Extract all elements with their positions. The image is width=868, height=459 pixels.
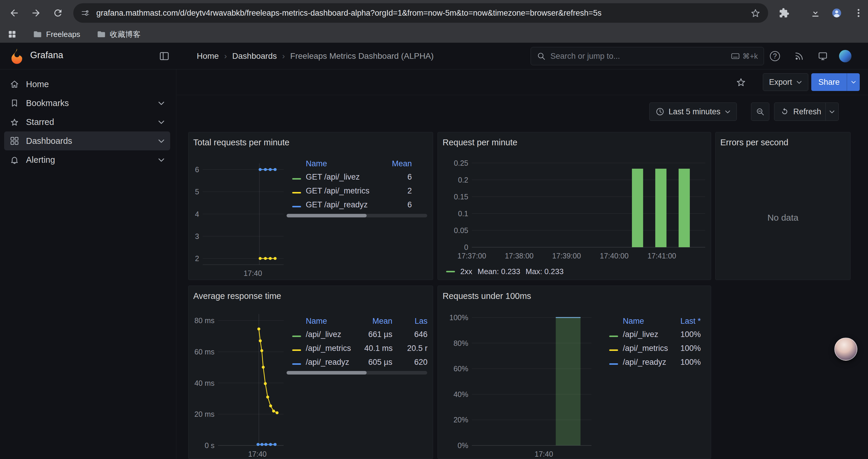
legend-row[interactable]: /api/_livez100% xyxy=(609,328,701,341)
grafana-header: Grafana Home›Dashboards›Freeleaps Metric… xyxy=(0,43,868,69)
chevron-down-icon xyxy=(796,80,802,84)
share-dropdown[interactable] xyxy=(847,73,860,91)
address-bar[interactable]: grafana.mathmast.com/d/deytv4rwavabkb/fr… xyxy=(73,3,768,23)
svg-text:0.1: 0.1 xyxy=(458,209,468,218)
svg-text:40 ms: 40 ms xyxy=(194,379,215,387)
svg-text:17:41:00: 17:41:00 xyxy=(647,252,676,260)
reload-icon[interactable] xyxy=(49,4,67,23)
sidebar-item-label: Starred xyxy=(26,117,54,127)
back-icon[interactable] xyxy=(5,4,24,23)
no-data-message: No data xyxy=(716,213,850,223)
panel-request-per-minute[interactable]: Request per minute 0.250.20.150.10.05017… xyxy=(438,132,711,280)
legend-row[interactable]: /api/_livez661 µs646 xyxy=(292,328,428,341)
series-color-marker xyxy=(292,192,301,193)
breadcrumb: Home›Dashboards›Freeleaps Metrics Dashbo… xyxy=(197,43,434,69)
site-info-icon[interactable] xyxy=(81,8,90,18)
chevron-down-icon[interactable] xyxy=(158,158,165,162)
sidebar-item-starred[interactable]: Starred xyxy=(4,112,170,131)
url-text[interactable]: grafana.mathmast.com/d/deytv4rwavabkb/fr… xyxy=(96,8,744,18)
home-icon xyxy=(9,79,20,89)
bookmark-folder[interactable]: 收藏博客 xyxy=(97,29,141,40)
bookmark-star-icon[interactable] xyxy=(750,8,761,18)
series-color-marker xyxy=(292,363,301,365)
svg-text:20 ms: 20 ms xyxy=(194,410,215,418)
chevron-down-icon xyxy=(725,110,731,114)
svg-text:20%: 20% xyxy=(454,416,468,424)
svg-text:6: 6 xyxy=(195,165,199,174)
legend-row[interactable]: /api/_metrics100% xyxy=(609,341,701,355)
downloads-icon[interactable] xyxy=(806,4,825,23)
bookmark-icon xyxy=(9,98,20,108)
sidebar-item-label: Dashboards xyxy=(26,136,72,146)
forward-icon[interactable] xyxy=(27,4,45,23)
svg-text:17:40:00: 17:40:00 xyxy=(600,252,628,260)
refresh-interval-dropdown[interactable] xyxy=(826,103,838,121)
search-input[interactable]: Search or jump to... ⌘+k xyxy=(531,47,764,65)
product-name: Grafana xyxy=(30,50,63,61)
breadcrumb-item[interactable]: Home xyxy=(197,52,219,61)
sidebar-item-alerting[interactable]: Alerting xyxy=(4,150,170,169)
share-button[interactable]: Share xyxy=(811,73,860,91)
scrollbar-thumb[interactable] xyxy=(286,371,367,374)
extensions-icon[interactable] xyxy=(775,4,794,23)
series-color-marker xyxy=(292,206,301,207)
browser-profile-avatar[interactable] xyxy=(827,4,846,23)
floating-assistant-avatar[interactable] xyxy=(834,338,857,361)
grafana-logo[interactable] xyxy=(8,47,25,65)
svg-text:4: 4 xyxy=(195,210,199,218)
series-color-marker xyxy=(609,350,618,351)
svg-text:0: 0 xyxy=(464,243,468,251)
refresh-button[interactable]: Refresh xyxy=(774,102,839,121)
legend-header: NameLast * xyxy=(609,315,701,328)
sidebar-item-label: Bookmarks xyxy=(26,98,69,108)
legend-row[interactable]: GET /api/_livez6 xyxy=(292,170,412,184)
svg-text:0.15: 0.15 xyxy=(454,193,468,201)
panel-total-requests[interactable]: Total requests per minute 6543217:40 Nam… xyxy=(188,132,433,280)
chevron-down-icon[interactable] xyxy=(158,101,165,105)
user-avatar[interactable] xyxy=(839,50,851,62)
apps-grid-icon[interactable] xyxy=(8,30,17,39)
breadcrumb-item[interactable]: Freeleaps Metrics Dashboard (ALPHA) xyxy=(290,52,434,61)
browser-menu-icon[interactable] xyxy=(849,4,868,23)
panel-requests-under-100ms[interactable]: Requests under 100ms 100%80%60%40%20%0%1… xyxy=(438,286,711,459)
chevron-down-icon[interactable] xyxy=(158,139,165,143)
legend-row[interactable]: /api/_readyz100% xyxy=(609,355,701,369)
svg-text:17:38:00: 17:38:00 xyxy=(505,252,533,260)
legend-scrollbar[interactable] xyxy=(286,371,427,374)
help-icon[interactable]: ? xyxy=(769,51,780,62)
dock-menu-icon[interactable] xyxy=(159,51,169,61)
panel-average-response-time[interactable]: Average response time 80 ms60 ms40 ms20 … xyxy=(188,286,433,459)
svg-text:17:40: 17:40 xyxy=(244,269,262,277)
favorite-star-icon[interactable] xyxy=(735,76,747,89)
breadcrumb-item[interactable]: Dashboards xyxy=(232,52,277,61)
zoom-out-icon xyxy=(756,107,765,116)
legend-row[interactable]: GET /api/_readyz6 xyxy=(292,198,412,212)
sidebar-item-bookmarks[interactable]: Bookmarks xyxy=(4,94,170,112)
time-range-picker[interactable]: Last 5 minutes xyxy=(649,102,737,121)
legend-inline[interactable]: 2xx Mean: 0.233 Max: 0.233 xyxy=(446,267,564,276)
chevron-down-icon[interactable] xyxy=(158,120,165,124)
svg-text:17:40: 17:40 xyxy=(248,450,267,458)
legend-row[interactable]: GET /api/_metrics2 xyxy=(292,184,412,198)
sidebar-item-dashboards[interactable]: Dashboards xyxy=(4,131,170,150)
folder-icon xyxy=(97,30,106,39)
monitor-icon[interactable] xyxy=(817,51,829,62)
clock-icon xyxy=(656,107,664,116)
news-rss-icon[interactable] xyxy=(794,51,805,62)
legend-scrollbar[interactable] xyxy=(286,214,427,218)
svg-text:60%: 60% xyxy=(454,364,468,373)
panel-title[interactable]: Errors per second xyxy=(720,138,788,147)
series-color-marker xyxy=(609,363,618,365)
bookmark-folder[interactable]: Freeleaps xyxy=(33,30,80,39)
sidebar-item-home[interactable]: Home xyxy=(4,75,170,94)
legend-row[interactable]: /api/_metrics40.1 ms20.5 r xyxy=(292,341,428,355)
scrollbar-thumb[interactable] xyxy=(286,214,367,218)
breadcrumb-separator: › xyxy=(282,52,285,61)
legend-row[interactable]: /api/_readyz605 µs620 xyxy=(292,355,428,369)
export-button[interactable]: Export xyxy=(763,73,808,91)
legend-header: NameMeanLas xyxy=(292,315,428,328)
sidebar-nav: HomeBookmarksStarredDashboardsAlerting xyxy=(0,69,176,459)
panel-errors-per-second[interactable]: Errors per second No data xyxy=(715,132,850,280)
zoom-out-button[interactable] xyxy=(751,102,769,121)
bell-icon xyxy=(9,155,20,165)
